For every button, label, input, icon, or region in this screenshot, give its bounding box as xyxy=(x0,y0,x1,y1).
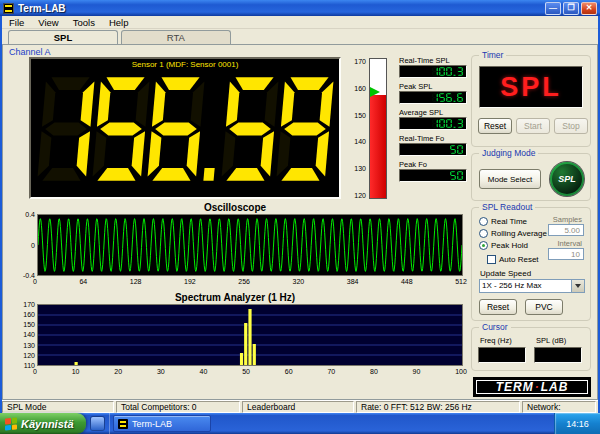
radio-real-time[interactable]: Real Time xyxy=(479,217,527,226)
mode-select-button[interactable]: Mode Select xyxy=(479,169,541,189)
oscilloscope-title: Oscilloscope xyxy=(3,202,467,213)
spectrum-x-labels: 0102030405060708090100 xyxy=(33,368,467,376)
close-button[interactable]: ✕ xyxy=(581,2,597,15)
auto-reset-checkbox[interactable] xyxy=(487,255,496,264)
radio-rolling-average[interactable]: Rolling Average xyxy=(479,229,547,238)
titlebar: Term-LAB — ❐ ✕ xyxy=(0,0,600,16)
meter-bar xyxy=(369,58,387,199)
control-panel: Timer SPL Reset Start Stop Judging Mode … xyxy=(471,45,593,399)
samples-label: Samples xyxy=(553,215,582,224)
update-speed-value: 1X - 256 Hz Max xyxy=(480,280,571,292)
timer-group-label: Timer xyxy=(479,50,506,60)
main-panel: Channel A Sensor 1 (MDF: Sensor 0001) 17… xyxy=(2,44,598,400)
oscilloscope-wave xyxy=(38,215,462,275)
oscilloscope-plot xyxy=(37,214,463,276)
readout-label: Peak Fo xyxy=(399,160,467,169)
spl-meter: 170160150140130120 xyxy=(343,58,397,199)
timer-reset-button[interactable]: Reset xyxy=(478,118,512,134)
menu-file[interactable]: File xyxy=(2,17,31,28)
minimize-button[interactable]: — xyxy=(545,2,561,15)
judging-mode-group-label: Judging Mode xyxy=(479,148,538,158)
menu-view[interactable]: View xyxy=(31,17,65,28)
meter-fill xyxy=(370,95,386,198)
quick-launch-icon[interactable] xyxy=(91,417,104,430)
taskbar: Käynnistä Term-LAB 14:16 xyxy=(0,413,600,434)
judging-mode-group: Judging Mode Mode Select SPL xyxy=(471,153,591,201)
auto-reset-checkbox-row[interactable]: Auto Reset xyxy=(487,255,539,264)
taskbar-spacer xyxy=(214,413,554,434)
spl-readout-group-label: SPL Readout xyxy=(479,202,535,212)
chevron-down-icon[interactable] xyxy=(571,280,584,292)
cursor-spl-lcd xyxy=(534,347,582,363)
cursor-group: Cursor Freq (Hz) SPL (dB) xyxy=(471,327,591,371)
spectrum-title: Spectrum Analyzer (1 Hz) xyxy=(3,292,467,303)
tab-spl[interactable]: SPL xyxy=(8,30,118,44)
radio-peak-hold[interactable]: Peak Hold xyxy=(479,241,528,250)
tab-strip: SPL RTA xyxy=(2,29,598,44)
taskbar-button-term-lab[interactable]: Term-LAB xyxy=(113,415,211,432)
spectrum-bars xyxy=(38,305,462,365)
tab-rta[interactable]: RTA xyxy=(121,30,231,44)
readout-label: Real-Time Fo xyxy=(399,134,467,143)
status-bar: SPL Mode Total Competitors: 0 Leaderboar… xyxy=(2,400,598,413)
osc-x-labels: 064128192256320384448512 xyxy=(33,278,467,286)
status-network: Network: xyxy=(522,401,596,413)
radio-peak-hold-label: Peak Hold xyxy=(491,241,528,250)
menu-help[interactable]: Help xyxy=(102,17,136,28)
meter-peak-marker xyxy=(370,87,380,97)
term-lab-task-icon xyxy=(118,419,128,429)
readout-peak-spl: Peak SPL xyxy=(399,82,467,104)
tray-clock: 14:16 xyxy=(566,419,589,429)
channel-label: Channel A xyxy=(9,47,51,57)
logo-dot: · xyxy=(534,380,541,394)
logo-lab-text: LAB xyxy=(541,380,569,394)
timer-start-button[interactable]: Start xyxy=(516,118,550,134)
term-lab-window: Term-LAB — ❐ ✕ File View Tools Help SPL … xyxy=(0,0,600,434)
timer-group: Timer SPL Reset Start Stop xyxy=(471,55,591,147)
system-tray: 14:16 xyxy=(554,413,600,434)
app-icon xyxy=(3,3,14,14)
radio-peak-hold-circle[interactable] xyxy=(479,241,488,250)
spl-readout-group: SPL Readout Real Time Rolling Average Pe… xyxy=(471,207,591,321)
maximize-button[interactable]: ❐ xyxy=(563,2,579,15)
windows-flag-icon xyxy=(5,417,17,430)
readout-label: Average SPL xyxy=(399,108,467,117)
sensor-label: Sensor 1 (MDF: Sensor 0001) xyxy=(31,59,339,69)
quick-launch xyxy=(86,413,110,434)
start-button[interactable]: Käynnistä xyxy=(0,413,86,434)
readout-label: Peak SPL xyxy=(399,82,467,91)
menubar: File View Tools Help xyxy=(2,16,598,29)
term-lab-logo: TERM·LAB xyxy=(473,377,591,397)
status-spl-mode: SPL Mode xyxy=(2,401,114,413)
window-frame: File View Tools Help SPL RTA Channel A S… xyxy=(0,16,600,413)
auto-reset-label: Auto Reset xyxy=(499,255,539,264)
logo-term-text: TERM xyxy=(496,380,534,394)
main-spl-display: Sensor 1 (MDF: Sensor 0001) xyxy=(29,57,341,199)
status-rate-fft: Rate: 0 FFT: 512 BW: 256 Hz xyxy=(356,401,520,413)
status-leaderboard: Leaderboard xyxy=(242,401,354,413)
timer-display-text: SPL xyxy=(500,72,562,103)
radio-real-time-circle[interactable] xyxy=(479,217,488,226)
cursor-freq-label: Freq (Hz) xyxy=(480,336,512,345)
cursor-spl-digits xyxy=(535,348,581,362)
taskbar-button-label: Term-LAB xyxy=(132,419,172,429)
readout-realtime-spl: Real-Time SPL xyxy=(399,56,467,78)
samples-field[interactable]: 5.00 xyxy=(548,224,584,236)
meter-ticks: 170160150140130120 xyxy=(343,58,369,199)
pvc-button[interactable]: PVC xyxy=(525,299,563,315)
readout-lcd xyxy=(400,170,466,181)
spl-readout-reset-button[interactable]: Reset xyxy=(479,299,517,315)
update-speed-dropdown[interactable]: 1X - 256 Hz Max xyxy=(479,279,585,293)
menu-tools[interactable]: Tools xyxy=(66,17,102,28)
cursor-spl-label: SPL (dB) xyxy=(536,336,566,345)
timer-display: SPL xyxy=(479,66,583,108)
interval-field[interactable]: 10 xyxy=(548,248,584,260)
timer-stop-button[interactable]: Stop xyxy=(554,118,588,134)
radio-rolling-average-circle[interactable] xyxy=(479,229,488,238)
cursor-freq-digits xyxy=(479,348,525,362)
spl-badge-icon: SPL xyxy=(550,162,584,196)
main-display-digits xyxy=(26,69,344,189)
cursor-group-label: Cursor xyxy=(479,322,511,332)
readout-peak-fo: Peak Fo xyxy=(399,160,467,182)
window-title: Term-LAB xyxy=(18,3,545,14)
